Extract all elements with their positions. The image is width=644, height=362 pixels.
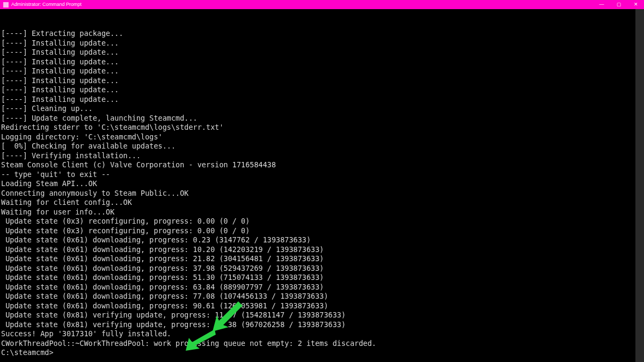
terminal-line: Update state (0x3) reconfiguring, progre… <box>1 217 643 226</box>
terminal-line: Steam Console Client (c) Valve Corporati… <box>1 160 643 170</box>
terminal-line: Update state (0x61) downloading, progres… <box>1 292 643 301</box>
titlebar-left: Administrator: Command Prompt <box>3 0 82 9</box>
terminal-line: [----] Installing update... <box>1 39 643 48</box>
terminal-output: [----] Extracting package...[----] Insta… <box>1 29 643 358</box>
terminal-line: Update state (0x61) downloading, progres… <box>1 245 643 255</box>
terminal-line: Update state (0x81) verifying update, pr… <box>1 320 643 330</box>
app-icon <box>3 2 9 8</box>
terminal-line: [----] Installing update... <box>1 57 643 67</box>
terminal-line: CWorkThreadPool::~CWorkThreadPool: work … <box>1 339 643 349</box>
terminal-line: [----] Installing update... <box>1 48 643 57</box>
terminal-line: Waiting for user info...OK <box>1 208 643 217</box>
window-controls: — ▢ ✕ <box>599 2 639 8</box>
vertical-scrollbar[interactable] <box>635 9 644 362</box>
terminal-line: Update state (0x61) downloading, progres… <box>1 283 643 292</box>
terminal-line: [----] Installing update... <box>1 85 643 95</box>
terminal-line: [----] Extracting package... <box>1 29 643 39</box>
terminal-line: Connecting anonymously to Steam Public..… <box>1 189 643 198</box>
terminal-line: Loading Steam API...OK <box>1 179 643 189</box>
close-button[interactable]: ✕ <box>633 2 639 8</box>
terminal-line: Update state (0x61) downloading, progres… <box>1 301 643 311</box>
terminal-line: Update state (0x61) downloading, progres… <box>1 254 643 264</box>
window-title: Administrator: Command Prompt <box>11 0 82 9</box>
terminal-line: Update state (0x61) downloading, progres… <box>1 273 643 283</box>
terminal-line: [----] Verifying installation... <box>1 151 643 161</box>
terminal-line: Logging directory: 'C:\steamcmd\logs' <box>1 132 643 142</box>
terminal-line: C:\steamcmd> <box>1 348 643 358</box>
terminal-line: -- type 'quit' to exit -- <box>1 170 643 180</box>
terminal-line: [ 0%] Checking for available updates... <box>1 142 643 151</box>
terminal-area[interactable]: [----] Extracting package...[----] Insta… <box>0 9 644 362</box>
terminal-line: Success! App '3017310' fully installed. <box>1 329 643 339</box>
window-titlebar[interactable]: Administrator: Command Prompt — ▢ ✕ <box>0 0 644 9</box>
terminal-line: Update state (0x81) verifying update, pr… <box>1 311 643 320</box>
terminal-line: [----] Update complete, launching Steamc… <box>1 114 643 123</box>
terminal-line: [----] Installing update... <box>1 95 643 105</box>
terminal-line: Update state (0x61) downloading, progres… <box>1 235 643 245</box>
terminal-line: Waiting for client config...OK <box>1 198 643 208</box>
terminal-line: [----] Installing update... <box>1 67 643 76</box>
terminal-line: Update state (0x3) reconfiguring, progre… <box>1 226 643 236</box>
terminal-line: [----] Installing update... <box>1 76 643 86</box>
terminal-line: [----] Cleaning up... <box>1 104 643 114</box>
minimize-button[interactable]: — <box>599 2 604 8</box>
maximize-button[interactable]: ▢ <box>616 2 621 8</box>
terminal-line: Redirecting stderr to 'C:\steamcmd\logs\… <box>1 123 643 132</box>
terminal-line: Update state (0x61) downloading, progres… <box>1 264 643 274</box>
